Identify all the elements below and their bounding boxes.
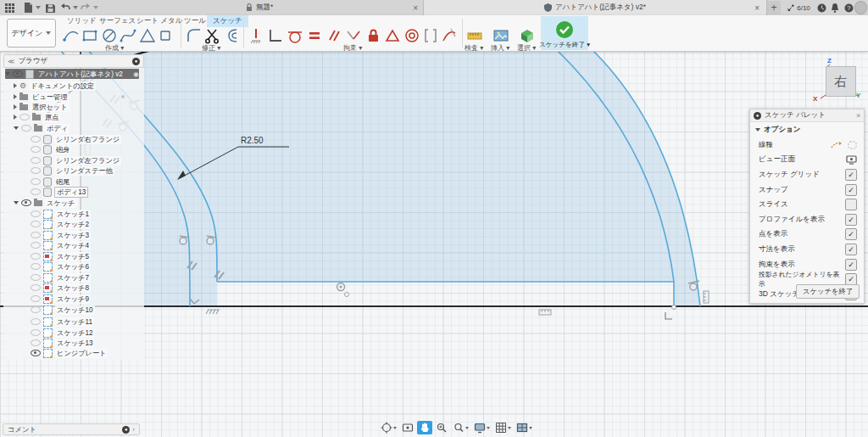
viewports-icon[interactable]: [515, 421, 534, 434]
midpoint-icon[interactable]: [383, 26, 402, 45]
tab-sketch[interactable]: スケッチ: [207, 15, 248, 27]
new-tab-button[interactable]: +: [767, 1, 781, 14]
viewcube[interactable]: Z X Y 右: [814, 59, 861, 105]
symmetry-icon[interactable]: [421, 26, 440, 45]
checkbox[interactable]: [845, 228, 857, 240]
save-icon[interactable]: [44, 2, 56, 14]
browser-body-item[interactable]: ボディ13: [31, 187, 88, 197]
modify-group-label[interactable]: 修正 ▾: [202, 43, 220, 53]
browser-item-view-management[interactable]: ビュー管理: [14, 92, 69, 102]
visibility-eye-icon[interactable]: [31, 350, 41, 356]
caret-icon[interactable]: [14, 104, 17, 109]
slot-icon[interactable]: [156, 26, 175, 45]
visibility-eye-icon[interactable]: [31, 221, 41, 227]
look-at-icon[interactable]: [846, 155, 857, 165]
polygon-icon[interactable]: [138, 26, 157, 45]
collapse-panel-icon[interactable]: ≪: [8, 58, 14, 65]
browser-item-document-settings[interactable]: ⚙ ドキュメントの設定: [14, 81, 96, 91]
visibility-eye-icon[interactable]: [31, 242, 41, 249]
perpendicular-constraint-icons[interactable]: [190, 299, 672, 319]
browser-item-origin[interactable]: 原点: [14, 112, 60, 122]
document-tab-untitled[interactable]: 無題* ×: [241, 0, 424, 15]
perpendicular-icon[interactable]: [344, 26, 363, 45]
inspect-group-label[interactable]: 検査 ▾: [465, 43, 483, 53]
visibility-eye-icon[interactable]: [31, 284, 41, 291]
fillet-icon[interactable]: [185, 26, 203, 45]
comment-bubble-icon[interactable]: ●: [122, 426, 130, 434]
caret-icon[interactable]: [14, 94, 17, 99]
visibility-eye-icon[interactable]: [21, 199, 31, 206]
create-group-label[interactable]: 作成 ▾: [105, 43, 124, 53]
tangent-icon[interactable]: [286, 26, 304, 45]
browser-sketch-item[interactable]: スケッチ12: [31, 328, 95, 338]
close-tab-icon[interactable]: ×: [413, 3, 418, 13]
checkbox[interactable]: [845, 199, 857, 210]
viewcube-face-right[interactable]: 右: [826, 66, 856, 97]
horizontal-vertical-icon[interactable]: [247, 26, 265, 45]
browser-sketch-item[interactable]: スケッチ6: [31, 261, 91, 272]
visibility-eye-icon[interactable]: [31, 274, 41, 281]
visibility-eye-icon[interactable]: [31, 178, 41, 185]
activate-radio-icon[interactable]: ◉: [133, 70, 139, 78]
browser-sketch-item[interactable]: スケッチ5: [31, 251, 91, 261]
grid-settings-icon[interactable]: [493, 421, 513, 434]
browser-sketch-item[interactable]: スケッチ9: [31, 294, 91, 304]
browser-sketch-item[interactable]: スケッチ4: [31, 240, 91, 250]
browser-sketch-item[interactable]: スケッチ7: [31, 272, 91, 283]
centerline-icon[interactable]: [848, 141, 857, 149]
measure-ruler-icon[interactable]: [465, 26, 484, 45]
options-section-header[interactable]: オプション: [750, 122, 864, 137]
browser-item-sketches-folder[interactable]: スケッチ: [14, 198, 77, 208]
pan-icon[interactable]: [417, 421, 432, 434]
browser-body-item[interactable]: シリンダ右フランジ: [31, 134, 121, 144]
visibility-eye-icon[interactable]: [31, 253, 41, 260]
insert-group-label[interactable]: 挿入 ▾: [491, 43, 509, 53]
visibility-eye-icon[interactable]: [31, 263, 41, 270]
visibility-eye-icon[interactable]: [19, 114, 30, 120]
concentric-constraint-icon[interactable]: [337, 283, 676, 310]
caret-icon[interactable]: [14, 115, 17, 120]
panel-options-icon[interactable]: ●: [132, 58, 140, 65]
browser-sketch-item[interactable]: スケッチ8: [31, 283, 91, 293]
look-at-icon[interactable]: [400, 421, 415, 434]
spline-point-icon[interactable]: [62, 26, 81, 45]
palette-header[interactable]: ● スケッチ パレット »: [750, 109, 864, 122]
select-cube-icon[interactable]: [518, 26, 537, 45]
redo-caret[interactable]: [90, 2, 102, 14]
dimension-label[interactable]: R2.50: [241, 136, 264, 145]
browser-body-item[interactable]: シリンダステー他: [31, 165, 114, 176]
trim-scissors-icon[interactable]: [203, 26, 222, 45]
browser-body-item[interactable]: 砲尾: [31, 176, 71, 187]
file-new-caret[interactable]: [32, 2, 44, 14]
browser-sketch-item[interactable]: スケッチ2: [31, 219, 91, 229]
finish-sketch-palette-button[interactable]: スケッチを終了: [796, 284, 860, 299]
finish-sketch-button[interactable]: スケッチを終了 ▾: [541, 16, 588, 50]
orbit-icon[interactable]: [379, 421, 398, 434]
coincident-icon[interactable]: [266, 26, 285, 45]
rectangle-icon[interactable]: [81, 26, 99, 45]
browser-sketch-item[interactable]: スケッチ13: [31, 338, 95, 348]
browser-sketch-item[interactable]: スケッチ3: [31, 230, 91, 240]
select-group-label[interactable]: 選択 ▾: [517, 43, 536, 53]
browser-body-item[interactable]: シリンダ左フランジ: [31, 155, 121, 165]
zoom-icon[interactable]: [434, 421, 449, 434]
browser-header[interactable]: ≪ ブラウザ ●: [3, 54, 144, 68]
browser-sketch-item[interactable]: スケッチ1: [31, 209, 91, 219]
caret-icon[interactable]: [14, 83, 17, 88]
checkbox[interactable]: [845, 169, 857, 181]
browser-body-item[interactable]: 砲身: [31, 144, 71, 154]
caret-icon[interactable]: [14, 126, 19, 130]
browser-item-selection-sets[interactable]: 選択セット: [14, 102, 70, 112]
visibility-eye-icon[interactable]: [31, 306, 41, 313]
circle-icon[interactable]: [100, 26, 119, 45]
visibility-eye-icon[interactable]: [31, 146, 41, 153]
offset-icon[interactable]: [223, 26, 242, 45]
visibility-eye-icon[interactable]: [31, 136, 41, 143]
visibility-eye-icon[interactable]: [21, 125, 31, 132]
visibility-eye-icon[interactable]: [31, 339, 41, 346]
sketch-profile-region[interactable]: [81, 51, 700, 306]
caret-icon[interactable]: [14, 201, 19, 204]
avatar[interactable]: [854, 1, 867, 14]
visibility-eye-icon[interactable]: [13, 70, 23, 77]
visibility-eye-icon[interactable]: [31, 167, 41, 174]
